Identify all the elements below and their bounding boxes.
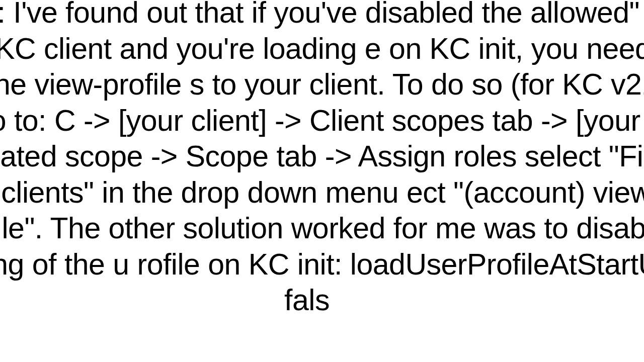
answer-text: ver 1: I've found out that if you've dis… [0,0,644,319]
